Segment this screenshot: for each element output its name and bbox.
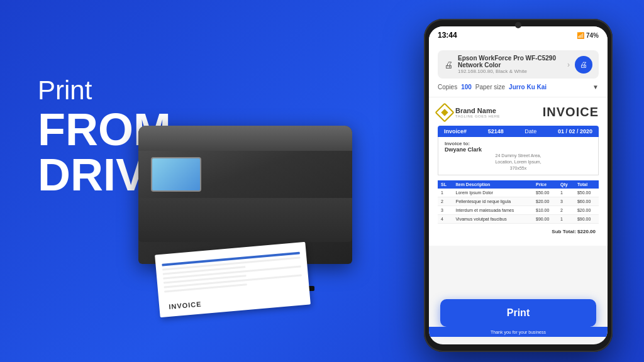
print-dialog: 🖨 Epson WorkForce Pro WF-C5290 Network C… (429, 44, 608, 97)
printer-body (138, 126, 352, 264)
screen-content: 13:44 📶 74% 🖨 Epson WorkForce Pro WF-C52… (429, 26, 608, 344)
table-row: 4 Vivamus volutpat faucibus $90.00 1 $90… (438, 215, 599, 224)
status-bar: 13:44 📶 74% (429, 26, 608, 44)
table-row: 2 Pellentesque id neque ligula $20.00 3 … (438, 197, 599, 206)
paper-sheet (155, 242, 311, 318)
subtotal-label: Sub Total: (552, 229, 576, 234)
col-sl: SL (438, 180, 453, 189)
brand-logo-icon (435, 102, 454, 122)
invoice-table: SL Item Description Price Qty Total 1 Lo… (438, 180, 599, 224)
copies-row: Copies 100 Paper size Jurro Ku Kai ▼ (438, 84, 599, 90)
cell-total: $90.00 (574, 215, 599, 224)
thank-you-bar: Thank you for your business (429, 327, 608, 337)
cell-sl: 4 (438, 215, 453, 224)
cell-desc: Lorem Ipsum Dolor (453, 189, 533, 197)
paper-output (157, 248, 321, 324)
print-button-area: Print (434, 299, 602, 327)
printer-sub: 192.168.100.80, Black & White (458, 69, 562, 74)
cell-total: $20.00 (574, 206, 599, 215)
cell-sl: 2 (438, 197, 453, 206)
phone-device: 13:44 📶 74% 🖨 Epson WorkForce Pro WF-C52… (424, 19, 619, 358)
col-total: Total (574, 180, 599, 189)
copies-label: Copies (438, 84, 457, 90)
invoice-num-bar: Invoice# 52148 Date 01 / 02 / 2020 (438, 126, 599, 137)
table-row: 1 Lorem Ipsum Dolor $50.00 1 $50.00 (438, 189, 599, 197)
cell-price: $50.00 (533, 189, 557, 197)
printer-action-button[interactable]: 🖨 (575, 56, 592, 74)
battery-text: 74% (586, 32, 599, 39)
invoice-title: INVOICE (543, 105, 599, 119)
brand-name: Brand Name (455, 107, 500, 114)
paper-size-dropdown-arrow[interactable]: ▼ (592, 84, 599, 90)
table-header-row: SL Item Description Price Qty Total (438, 180, 599, 189)
cell-qty: 1 (557, 189, 574, 197)
printer-name: Epson WorkForce Pro WF-C5290 Network Col… (458, 55, 562, 69)
invoice-to-section: Invoice to: Dwyane Clark 24 Dummy Street… (438, 137, 599, 175)
client-address: 24 Dummy Street Area,Location, Lorem Ips… (445, 153, 592, 171)
paper-size-value[interactable]: Jurro Ku Kai (509, 84, 547, 90)
col-price: Price (533, 180, 557, 189)
cell-price: $10.00 (533, 206, 557, 215)
printer-chevron-icon: › (567, 60, 570, 69)
copies-value[interactable]: 100 (461, 84, 472, 90)
invoice-subtotal: Sub Total: $220.00 (438, 229, 599, 234)
cell-qty: 1 (557, 215, 574, 224)
status-icons: 📶 74% (577, 32, 599, 39)
printer-info: Epson WorkForce Pro WF-C5290 Network Col… (458, 55, 562, 74)
subtotal-value: $220.00 (577, 229, 596, 234)
col-qty: Qty (557, 180, 574, 189)
cell-desc: Pellentesque id neque ligula (453, 197, 533, 206)
thank-you-text: Thank you for your business (491, 330, 546, 334)
print-text: Print (38, 75, 176, 106)
cell-total: $60.00 (574, 197, 599, 206)
status-time: 13:44 (438, 31, 457, 40)
printer-top (138, 126, 352, 151)
cell-desc: Vivamus volutpat faucibus (453, 215, 533, 224)
client-name: Dwyane Clark (445, 146, 592, 153)
brand-area: Brand Name TAGLINE GOES HERE (438, 106, 500, 119)
printer-front-panel (138, 198, 352, 242)
invoice-date-label: Date (525, 128, 536, 134)
phone-screen: 13:44 📶 74% 🖨 Epson WorkForce Pro WF-C52… (429, 26, 608, 344)
invoice-num-label: Invoice# (444, 128, 467, 134)
cell-sl: 1 (438, 189, 453, 197)
brand-logo-inner (441, 109, 448, 116)
invoice-header: Brand Name TAGLINE GOES HERE INVOICE (438, 105, 599, 119)
brand-text-area: Brand Name TAGLINE GOES HERE (455, 107, 500, 118)
phone-body: 13:44 📶 74% 🖨 Epson WorkForce Pro WF-C52… (424, 19, 613, 352)
printer-select-icon: 🖨 (444, 60, 453, 70)
printer-screen (151, 157, 201, 192)
paper-lines (162, 252, 303, 295)
wifi-icon: 📶 (577, 32, 584, 39)
paper-size-label: Paper size (475, 84, 505, 90)
col-desc: Item Description (453, 180, 533, 189)
brand-tagline: TAGLINE GOES HERE (455, 114, 500, 118)
printer-illustration (126, 126, 365, 314)
cell-sl: 3 (438, 206, 453, 215)
print-button[interactable]: Print (440, 299, 596, 327)
invoice-to-label: Invoice to: (445, 141, 592, 146)
cell-qty: 3 (557, 197, 574, 206)
invoice-date-value: 01 / 02 / 2020 (558, 128, 592, 134)
phone-camera (515, 22, 521, 28)
cell-total: $50.00 (574, 189, 599, 197)
cell-qty: 2 (557, 206, 574, 215)
invoice-num-value: 52148 (488, 128, 504, 134)
printer-select-row[interactable]: 🖨 Epson WorkForce Pro WF-C5290 Network C… (438, 50, 599, 79)
cell-desc: Interdum et malesuada fames (453, 206, 533, 215)
cell-price: $20.00 (533, 197, 557, 206)
invoice-document: Brand Name TAGLINE GOES HERE INVOICE Inv… (429, 97, 608, 246)
cell-price: $90.00 (533, 215, 557, 224)
table-row: 3 Interdum et malesuada fames $10.00 2 $… (438, 206, 599, 215)
